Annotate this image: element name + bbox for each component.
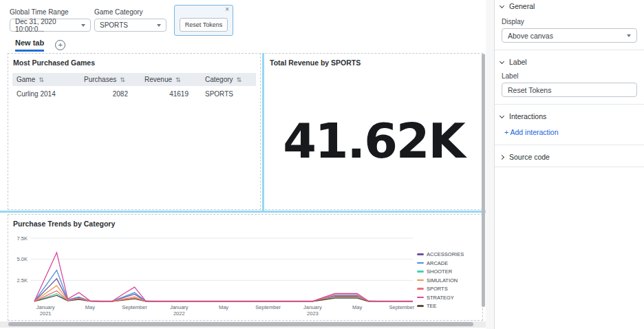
total-revenue-panel[interactable]: Total Revenue by SPORTS 41.62K: [265, 53, 483, 210]
chevron-down-icon: [81, 24, 85, 27]
section-source-code-row: Source code: [495, 151, 644, 167]
close-icon[interactable]: ×: [225, 6, 229, 14]
chevron-down-icon: [627, 34, 631, 37]
section-general-title: General: [509, 2, 535, 10]
legend-label: ARCADE: [427, 260, 448, 266]
section-interactions[interactable]: Interactions: [495, 110, 644, 121]
global-inputs-row: Global Time Range Dec 31, 2020 10:00:0..…: [0, 0, 489, 39]
legend-label: SPORTS: [427, 286, 448, 292]
legend-label: STRATEGY: [427, 295, 454, 301]
canvas-horizontal-scrollbar[interactable]: [8, 322, 473, 326]
section-source-code[interactable]: Source code: [495, 151, 644, 162]
dashboard-editor-window: Global Time Range Dec 31, 2020 10:00:0..…: [0, 0, 644, 329]
game-category-dropdown[interactable]: SPORTS: [94, 19, 167, 32]
game-category-value: SPORTS: [100, 21, 128, 29]
chevron-down-icon: [500, 59, 504, 63]
svg-text:January: January: [36, 304, 55, 310]
global-time-range-dropdown[interactable]: Dec 31, 2020 10:00:0...: [10, 19, 91, 32]
panel-title: Purchase Trends by Category: [8, 215, 482, 228]
svg-text:5.0K: 5.0K: [17, 256, 28, 262]
global-time-range-value: Dec 31, 2020 10:00:0...: [15, 18, 77, 33]
most-purchased-games-panel[interactable]: Most Purchased Games Game⇅Purchases⇅Reve…: [8, 53, 261, 210]
legend-swatch: [417, 279, 424, 282]
section-source-code-title: Source code: [509, 153, 550, 161]
table-row[interactable]: Curling 2014208241619SPORTS: [12, 86, 256, 102]
sort-icon[interactable]: ⇅: [175, 76, 181, 83]
line-chart: 2.5K5.0K7.5KJanuary2021MaySeptemberJanua…: [11, 230, 417, 318]
sort-icon[interactable]: ⇅: [39, 76, 44, 83]
add-interaction-link[interactable]: + Add interaction: [504, 128, 559, 136]
legend-item[interactable]: SIMULATION: [417, 277, 473, 284]
legend-item[interactable]: TEE: [417, 303, 473, 309]
section-general[interactable]: General: [495, 0, 644, 11]
legend-label: SIMULATION: [427, 277, 458, 284]
svg-text:2021: 2021: [40, 310, 52, 317]
svg-text:2.5K: 2.5K: [17, 277, 28, 284]
single-value-number: 41.62K: [265, 73, 482, 209]
sort-icon[interactable]: ⇅: [120, 76, 125, 83]
global-time-range-control: Global Time Range Dec 31, 2020 10:00:0..…: [10, 8, 91, 32]
svg-text:May: May: [219, 304, 228, 310]
sort-icon[interactable]: ⇅: [237, 76, 242, 83]
divider: [495, 50, 644, 50]
display-value: Above canvas: [508, 32, 553, 40]
svg-text:2022: 2022: [173, 310, 185, 317]
legend-swatch: [417, 297, 424, 299]
svg-text:2023: 2023: [307, 310, 319, 317]
chevron-right-icon: [500, 154, 504, 159]
legend-swatch: [417, 270, 424, 273]
configuration-sidebar: General Display Above canvas Label Label…: [494, 0, 644, 329]
reset-tokens-button[interactable]: Reset Tokens: [180, 18, 228, 32]
purchase-trends-panel[interactable]: Purchase Trends by Category 2.5K5.0K7.5K…: [8, 214, 483, 321]
legend-label: ACCESSORIES: [427, 251, 464, 257]
section-label[interactable]: Label: [495, 56, 644, 67]
svg-text:7.5K: 7.5K: [17, 235, 28, 242]
svg-text:January: January: [170, 304, 189, 310]
chevron-down-icon: [157, 24, 161, 27]
panel-gutter: [486, 0, 494, 329]
chevron-down-icon: [500, 113, 504, 118]
tab-new-tab[interactable]: New tab: [15, 39, 44, 52]
divider: [495, 145, 644, 145]
svg-text:May: May: [85, 304, 95, 310]
section-label-title: Label: [509, 58, 527, 66]
svg-text:September: September: [255, 304, 281, 310]
legend-swatch: [417, 253, 424, 255]
game-category-control: Game Category SPORTS: [94, 8, 167, 32]
legend-item[interactable]: STRATEGY: [417, 295, 473, 301]
table-cell: SPORTS: [201, 86, 256, 102]
table-cell: 2082: [80, 86, 140, 102]
reset-tokens-widget-selected[interactable]: × Reset Tokens: [174, 5, 233, 36]
legend-item[interactable]: SHOOTER: [417, 268, 473, 275]
games-table: Game⇅Purchases⇅Revenue⇅Category⇅Curling …: [12, 73, 256, 102]
table-cell: Curling 2014: [12, 86, 80, 102]
chevron-down-icon: [500, 3, 504, 8]
column-header-category[interactable]: Category⇅: [201, 73, 256, 86]
legend-item[interactable]: ACCESSORIES: [417, 251, 473, 257]
canvas-vertical-scrollbar[interactable]: [482, 54, 485, 307]
svg-text:September: September: [122, 304, 147, 310]
table-cell: 41619: [140, 86, 201, 102]
panel-title: Most Purchased Games: [8, 54, 260, 67]
divider: [495, 104, 644, 105]
legend-swatch: [417, 288, 424, 290]
svg-text:September: September: [389, 304, 414, 310]
panel-edge-guide-horizontal: [0, 211, 489, 213]
game-category-label: Game Category: [94, 8, 167, 16]
legend-swatch: [417, 262, 424, 264]
svg-text:May: May: [352, 304, 362, 310]
legend-item[interactable]: ARCADE: [417, 260, 473, 266]
legend-label: SHOOTER: [427, 268, 452, 275]
svg-text:January: January: [303, 304, 322, 310]
display-dropdown[interactable]: Above canvas: [502, 28, 637, 43]
column-header-revenue[interactable]: Revenue⇅: [140, 73, 201, 86]
label-input[interactable]: [502, 83, 637, 97]
series-line-strategy: [34, 253, 413, 301]
column-header-purchases[interactable]: Purchases⇅: [80, 73, 140, 86]
column-header-game[interactable]: Game⇅: [12, 73, 80, 86]
label-field-label: Label: [495, 72, 644, 80]
legend-item[interactable]: SPORTS: [417, 286, 473, 292]
chart-legend: ACCESSORIESARCADESHOOTERSIMULATIONSPORTS…: [417, 230, 473, 319]
add-tab-button[interactable]: +: [55, 40, 65, 50]
panel-title: Total Revenue by SPORTS: [265, 54, 482, 67]
